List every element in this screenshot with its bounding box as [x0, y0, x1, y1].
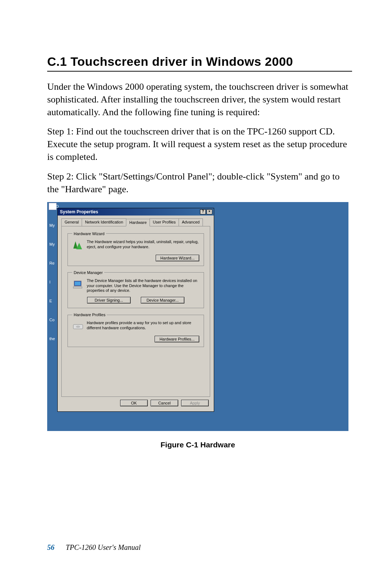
- page-number: 56: [47, 543, 54, 551]
- tab-network-identification[interactable]: Network Identification: [82, 218, 126, 226]
- apply-button[interactable]: Apply: [181, 400, 209, 406]
- hardware-profiles-button[interactable]: Hardware Profiles...: [155, 336, 199, 342]
- hardware-profiles-icon: [72, 321, 84, 332]
- tab-user-profiles[interactable]: User Profiles: [150, 218, 179, 226]
- svg-rect-3: [75, 282, 81, 285]
- driver-signing-button[interactable]: Driver Signing...: [87, 297, 131, 303]
- figure-caption: Figure C-1 Hardware: [47, 440, 348, 449]
- tab-hardware[interactable]: Hardware: [126, 219, 150, 226]
- ok-button[interactable]: OK: [120, 400, 148, 406]
- dialog-titlebar[interactable]: System Properties ? ×: [58, 208, 214, 216]
- hardware-panel: Hardware Wizard The Hardware wizard help…: [61, 226, 210, 397]
- section-heading: C.1 Touchscreen driver in Windows 2000: [47, 55, 352, 69]
- page-footer: 56 TPC-1260 User's Manual: [47, 543, 141, 552]
- titlebar-close-button[interactable]: ×: [207, 209, 212, 214]
- tab-advanced[interactable]: Advanced: [179, 218, 203, 226]
- device-manager-text: The Device Manager lists all the hardwar…: [87, 278, 199, 293]
- heading-rule: [47, 71, 352, 72]
- svg-marker-1: [76, 243, 82, 249]
- screenshot-desktop: My D My My Re I E Co the System Properti…: [47, 202, 348, 431]
- hardware-wizard-text: The Hardware wizard helps you install, u…: [87, 239, 199, 250]
- intro-paragraph: Under the Windows 2000 operating system,…: [47, 80, 352, 118]
- hardware-profiles-group: Hardware Profiles Hardware profiles prov…: [68, 313, 204, 347]
- device-manager-icon: [72, 278, 84, 290]
- tab-general[interactable]: General: [61, 218, 82, 226]
- hardware-wizard-button[interactable]: Hardware Wizard...: [156, 255, 199, 261]
- svg-marker-0: [73, 241, 78, 249]
- hardware-wizard-legend: Hardware Wizard: [72, 231, 106, 236]
- titlebar-help-button[interactable]: ?: [200, 209, 206, 214]
- step2-paragraph: Step 2: Click "Start/Settings/Control Pa…: [47, 170, 352, 196]
- svg-point-6: [76, 326, 80, 328]
- device-manager-button[interactable]: Device Manager...: [141, 297, 184, 303]
- hardware-wizard-icon: [72, 239, 84, 251]
- footer-title: TPC-1260 User's Manual: [66, 543, 141, 551]
- dialog-title: System Properties: [60, 209, 98, 214]
- device-manager-legend: Device Manager: [72, 270, 104, 275]
- cancel-button[interactable]: Cancel: [151, 400, 178, 406]
- hardware-wizard-group: Hardware Wizard The Hardware wizard help…: [68, 231, 204, 266]
- dialog-tabs: General Network Identification Hardware …: [58, 216, 214, 226]
- step1-paragraph: Step 1: Find out the touchscreen driver …: [47, 125, 352, 163]
- device-manager-group: Device Manager The Device Manager lists …: [68, 270, 204, 308]
- hardware-profiles-legend: Hardware Profiles: [72, 313, 107, 317]
- dialog-action-row: OK Cancel Apply: [58, 400, 214, 411]
- svg-rect-4: [73, 287, 82, 288]
- system-properties-dialog: System Properties ? × General Network Id…: [57, 208, 214, 412]
- hardware-profiles-text: Hardware profiles provide a way for you …: [87, 321, 199, 331]
